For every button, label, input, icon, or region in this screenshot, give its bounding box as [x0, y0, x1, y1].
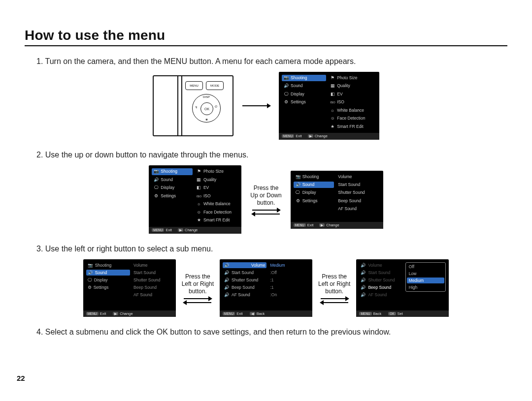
camera-dpad: OK DISP ↯ ⏱ ❀ — [192, 94, 221, 123]
sound-menu-screen: 📷Shooting 🔊Sound 🖵Display ⚙Settings Volu… — [83, 259, 176, 317]
item-quality: ▦Quality — [328, 83, 376, 89]
value-beep-sound: :1 — [268, 284, 309, 290]
iso-icon: ISO — [330, 100, 335, 104]
item-white-balance: ☼White Balance — [328, 107, 376, 114]
camera-back-illustration: MENU MODE OK DISP ↯ ⏱ ❀ — [153, 75, 233, 136]
left-right-hint-1: Press the Left or Right button. — [182, 273, 214, 303]
tab-settings: ⚙Settings — [152, 193, 193, 199]
active-beep-sound: 🔊Beep Sound — [359, 284, 403, 290]
step-2-text: 2. Use the up or down button to navigate… — [36, 151, 507, 159]
opt-low: Low — [407, 271, 445, 277]
camera-menu-button: MENU — [185, 81, 203, 90]
camera-mode-button: MODE — [206, 81, 224, 90]
timer-icon: ⏱ — [215, 105, 218, 108]
submenu-start-sound: 🔊Start Sound — [223, 270, 266, 276]
tab-shooting-label: Shooting — [291, 75, 307, 81]
tab-sound: 🔊Sound — [152, 177, 193, 183]
item-photo-size: ⚑Photo Size — [328, 75, 376, 81]
tab-shooting: 📷Shooting — [86, 262, 130, 268]
arrow-right-icon — [242, 105, 270, 106]
step-2-illustration: 📷Shooting 🔊Sound 🖵Display ⚙Settings ⚑Pho… — [25, 165, 507, 233]
step-1-text: 1. Turn on the camera, and then the MENU… — [36, 57, 507, 66]
tab-settings-label: Settings — [291, 99, 306, 105]
volume-options-box: Off Low Medium High — [405, 262, 446, 292]
submenu-af-sound: 🔊AF Sound — [223, 292, 266, 298]
dim-volume: 🔊Volume — [359, 262, 403, 268]
tab-settings: ⚙Settings — [282, 99, 326, 105]
macro-icon: ❀ — [193, 118, 220, 121]
submenu-shutter-sound: 🔊Shutter Sound — [223, 277, 266, 283]
menu-screen-shooting: 📷Shooting 🔊Sound 🖵Display ⚙Settings ⚑Pho… — [279, 72, 379, 140]
value-af-sound: :On — [268, 292, 309, 298]
camera-icon: 📷 — [284, 75, 289, 81]
tab-settings: ⚙Settings — [86, 284, 130, 290]
dim-start-sound: 🔊Start Sound — [359, 270, 403, 276]
dim-shutter-sound: 🔊Shutter Sound — [359, 277, 403, 283]
item-face-detection: ☺Face Detection — [328, 115, 376, 122]
tab-sound-label: Sound — [291, 83, 303, 89]
tab-display: 🖵Display — [282, 91, 326, 97]
submenu-beep-sound: 🔊Beep Sound — [223, 284, 266, 290]
flag-icon: ⚑ — [330, 75, 335, 81]
star-icon: ★ — [330, 124, 335, 129]
wb-icon: ☼ — [330, 108, 335, 113]
arrow-right-icon — [252, 210, 280, 211]
tab-sound: 🔊Sound — [294, 182, 334, 188]
sound-submenu-screen: 🔊Volume 🔊Start Sound 🔊Shutter Sound 🔊Bee… — [220, 259, 312, 317]
tab-sound: 🔊Sound — [86, 270, 130, 276]
up-down-hint: Press the Up or Down button. — [250, 185, 281, 215]
gear-icon: ⚙ — [284, 99, 289, 105]
flash-icon: ↯ — [195, 105, 198, 109]
menu-screen-sound: 📷Shooting 🔊Sound 🖵Display ⚙Settings Volu… — [291, 171, 383, 229]
tab-shooting: 📷Shooting — [152, 168, 193, 175]
opt-high: High — [407, 284, 445, 290]
up-down-label: Press the Up or Down button. — [250, 185, 281, 207]
ev-icon: ◧ — [330, 92, 335, 97]
quality-icon: ▦ — [330, 83, 335, 89]
manual-page: How to use the menu 1. Turn on the camer… — [0, 0, 532, 401]
page-title: How to use the menu — [25, 28, 507, 46]
display-icon: 🖵 — [284, 92, 289, 97]
arrow-left-icon — [252, 214, 280, 215]
page-number: 22 — [17, 374, 25, 382]
tab-display-label: Display — [291, 92, 304, 97]
opt-medium: Medium — [407, 278, 445, 283]
speaker-icon: 🔊 — [284, 83, 289, 89]
item-smart-fr: ★Smart FR Edit — [328, 123, 376, 130]
value-shutter-sound: :1 — [268, 277, 309, 283]
step-1-illustration: MENU MODE OK DISP ↯ ⏱ ❀ 📷Shooting 🔊Sound… — [25, 72, 507, 140]
tab-display: 🖵Display — [86, 277, 130, 283]
tab-sound: 🔊Sound — [282, 83, 326, 89]
tab-shooting: 📷Shooting — [294, 174, 334, 180]
value-volume: Medium — [268, 262, 309, 268]
camera-ok-button: OK — [200, 102, 213, 115]
tab-shooting: 📷Shooting — [282, 75, 326, 81]
item-ev: ◧EV — [328, 91, 376, 97]
tab-display: 🖵Display — [152, 185, 193, 191]
face-icon: ☺ — [330, 116, 335, 121]
submenu-volume: 🔊Volume — [223, 262, 266, 268]
dpad-disp-label: DISP — [193, 95, 220, 98]
volume-options-screen: 🔊Volume 🔊Start Sound 🔊Shutter Sound 🔊Bee… — [356, 259, 449, 317]
tab-display: 🖵Display — [294, 189, 334, 196]
dim-af-sound: 🔊AF Sound — [359, 292, 403, 298]
menu-screen-shooting-2: 📷Shooting 🔊Sound 🖵Display ⚙Settings ⚑Pho… — [149, 165, 241, 233]
step-4-text: 4. Select a submenu and click the OK but… — [36, 328, 507, 337]
value-start-sound: :Off — [268, 270, 309, 276]
item-iso: ISOISO — [328, 99, 376, 105]
opt-off: Off — [407, 264, 445, 270]
step-3-text: 3. Use the left or right button to selec… — [36, 245, 507, 253]
tab-settings: ⚙Settings — [294, 198, 334, 204]
left-right-hint-2: Press the Left or Right button. — [318, 273, 350, 303]
screen-footer: MENUExit ▶Change — [279, 133, 379, 140]
step-3-illustration: 📷Shooting 🔊Sound 🖵Display ⚙Settings Volu… — [25, 259, 507, 317]
